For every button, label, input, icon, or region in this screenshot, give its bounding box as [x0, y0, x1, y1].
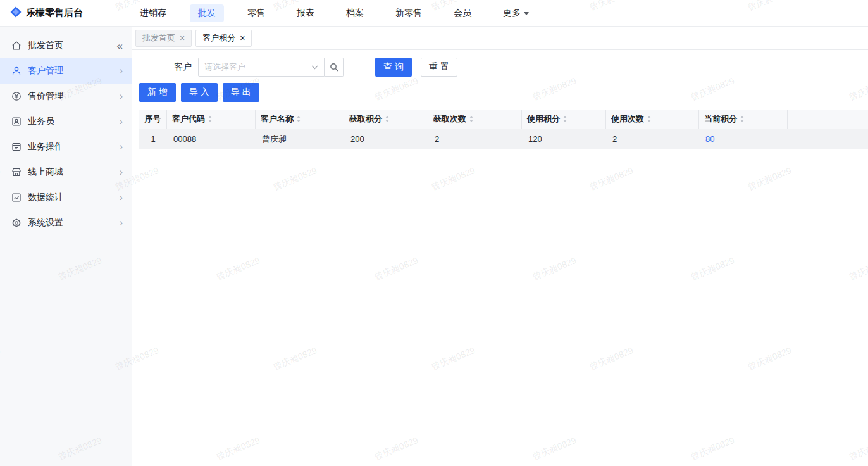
chevron-right-icon: › [120, 142, 123, 152]
cell-seq: 1 [139, 129, 167, 149]
sort-icon[interactable] [385, 116, 389, 122]
sort-icon[interactable] [647, 116, 651, 122]
cell-earned-points: 200 [344, 129, 428, 149]
column-header-earned-count[interactable]: 获取次数 [428, 110, 522, 129]
export-button[interactable]: 导 出 [223, 83, 259, 102]
app-title: 乐檬零售后台 [26, 7, 83, 19]
sidebar-item-online-mall[interactable]: 线上商城› [0, 160, 132, 185]
topnav-item-more[interactable]: 更多 [495, 4, 537, 22]
sidebar-item-business-operations[interactable]: 业务操作› [0, 134, 132, 160]
column-header-seq: 序号 [139, 110, 167, 129]
sidebar-item-label: 业务员 [28, 116, 113, 127]
sidebar-item-price-management[interactable]: 售价管理› [0, 84, 132, 109]
customer-search-button[interactable] [325, 58, 344, 77]
topnav-item-label: 更多 [503, 8, 521, 19]
settings-icon [11, 218, 22, 228]
chevron-right-icon: › [120, 218, 123, 228]
topnav-item-label: 档案 [346, 8, 364, 19]
customer-points-table: 序号客户代码客户名称获取积分获取次数使用积分使用次数当前积分 100088曾庆昶… [139, 110, 868, 149]
customer-select[interactable]: 请选择客户 [198, 58, 325, 77]
column-header-used-count[interactable]: 使用次数 [606, 110, 699, 129]
column-label: 客户名称 [261, 113, 294, 125]
column-label: 使用次数 [611, 113, 644, 125]
collapse-sidebar-icon[interactable]: « [117, 41, 123, 51]
sort-icon[interactable] [740, 116, 744, 122]
column-header-customer-code[interactable]: 客户代码 [167, 110, 256, 129]
column-header-current-points[interactable]: 当前积分 [699, 110, 788, 129]
table-header-row: 序号客户代码客户名称获取积分获取次数使用积分使用次数当前积分 [139, 110, 868, 129]
sidebar-item-label: 业务操作 [28, 141, 113, 153]
sidebar-item-label: 批发首页 [28, 40, 111, 51]
sidebar-item-label: 线上商城 [28, 167, 113, 178]
sidebar-item-salesman[interactable]: 业务员› [0, 109, 132, 134]
sidebar-item-wholesale-home[interactable]: 批发首页« [0, 33, 132, 58]
sidebar-item-label: 售价管理 [28, 91, 113, 102]
main-area: 批发首页×客户积分× 客户 请选择客户 查 询 重 置 新 增 导 入 导 出 … [132, 27, 868, 466]
topnav-item-retail[interactable]: 零售 [239, 4, 273, 22]
top-nav-menu: 进销存批发零售报表档案新零售会员更多 [132, 4, 537, 22]
stats-icon [11, 192, 22, 203]
tab-wholesale-home[interactable]: 批发首页× [135, 30, 192, 47]
home-icon [11, 41, 22, 51]
customer-icon [11, 66, 22, 76]
topnav-item-label: 报表 [297, 8, 314, 19]
chevron-right-icon: › [120, 167, 123, 177]
filter-row: 客户 请选择客户 查 询 重 置 [132, 58, 868, 77]
cell-earned-count: 2 [428, 129, 522, 149]
column-label: 当前积分 [704, 113, 737, 125]
column-header-customer-name[interactable]: 客户名称 [256, 110, 344, 129]
price-tag-icon [11, 91, 22, 101]
sort-icon[interactable] [469, 116, 473, 122]
chevron-right-icon: › [120, 66, 123, 76]
query-button[interactable]: 查 询 [375, 58, 412, 77]
sidebar-item-label: 数据统计 [28, 192, 113, 203]
sidebar-item-label: 系统设置 [28, 217, 113, 229]
sidebar-item-customer-management[interactable]: 客户管理› [0, 58, 132, 84]
reset-button[interactable]: 重 置 [421, 58, 457, 77]
top-navbar: 乐檬零售后台 进销存批发零售报表档案新零售会员更多 [0, 0, 868, 27]
table-row[interactable]: 100088曾庆昶2002120280 [139, 129, 868, 149]
column-label: 客户代码 [172, 113, 205, 125]
sort-icon[interactable] [297, 116, 301, 122]
column-label: 使用积分 [527, 113, 560, 125]
sidebar-item-system-settings[interactable]: 系统设置› [0, 210, 132, 236]
sort-icon[interactable] [563, 116, 567, 122]
chevron-right-icon: › [120, 192, 123, 203]
sidebar-item-data-statistics[interactable]: 数据统计› [0, 185, 132, 210]
sort-icon[interactable] [208, 116, 212, 122]
topnav-item-wholesale[interactable]: 批发 [190, 4, 224, 22]
chevron-down-icon [311, 65, 318, 70]
cell-used-count: 2 [606, 129, 699, 149]
mall-icon [11, 167, 22, 177]
current-points-link[interactable]: 80 [705, 134, 714, 144]
topnav-item-new-retail[interactable]: 新零售 [387, 4, 430, 22]
topnav-item-member[interactable]: 会员 [445, 4, 480, 22]
column-header-used-points[interactable]: 使用积分 [522, 110, 606, 129]
chevron-down-icon [524, 12, 529, 15]
topnav-item-label: 新零售 [395, 8, 422, 19]
topnav-item-label: 进销存 [140, 8, 166, 19]
topnav-item-reports[interactable]: 报表 [288, 4, 323, 22]
column-label: 序号 [145, 113, 161, 125]
tab-customer-points[interactable]: 客户积分× [195, 30, 252, 47]
sidebar-item-label: 客户管理 [28, 65, 113, 77]
chevron-right-icon: › [120, 91, 123, 101]
column-label: 获取次数 [433, 113, 466, 125]
tab-label: 批发首页 [142, 32, 175, 44]
logo-gem-icon [10, 6, 22, 20]
tab-close-icon[interactable]: × [240, 34, 245, 42]
chevron-right-icon: › [120, 116, 123, 127]
column-header-earned-points[interactable]: 获取积分 [344, 110, 428, 129]
operations-icon [11, 142, 22, 152]
customer-filter-label: 客户 [132, 61, 198, 73]
import-button[interactable]: 导 入 [181, 83, 218, 102]
add-button[interactable]: 新 增 [139, 83, 176, 102]
topnav-item-inventory[interactable]: 进销存 [132, 4, 175, 22]
action-buttons-row: 新 增 导 入 导 出 [139, 83, 868, 102]
tab-close-icon[interactable]: × [180, 34, 185, 42]
tab-label: 客户积分 [202, 32, 235, 44]
topnav-item-archives[interactable]: 档案 [338, 4, 372, 22]
topnav-item-label: 会员 [454, 8, 471, 19]
cell-used-points: 120 [522, 129, 606, 149]
column-header-filler [788, 110, 868, 129]
